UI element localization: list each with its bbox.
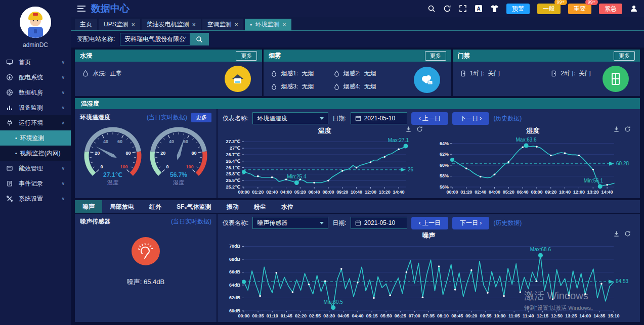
history-data-link[interactable]: (历史数据) — [493, 219, 522, 227]
refresh-icon[interactable] — [624, 126, 631, 132]
refresh-icon[interactable] — [624, 230, 631, 237]
tab-home[interactable]: 主页 — [75, 19, 97, 30]
gauge-more-button[interactable]: 更多 — [191, 113, 211, 122]
smoke-more-button[interactable]: 更多 — [425, 51, 446, 61]
close-icon[interactable]: × — [235, 21, 238, 28]
noise-sensor-card: 噪声传感器 (当日实时数据) 噪声: 65.4dB — [75, 214, 218, 322]
prev-day-button[interactable]: ‹ 上一日 — [411, 217, 448, 229]
sidebar-item-device-monitor[interactable]: 设备监测 ∨ — [0, 100, 71, 115]
refresh-icon[interactable] — [443, 5, 451, 13]
sensor-label: 1#门: — [470, 69, 485, 78]
temp-humidity-charts-area: 仪表名称: 环境温湿度 日期: 2021-05-10 ‹ 上一日 下一日 › (… — [218, 109, 640, 198]
download-icon[interactable] — [613, 230, 620, 237]
chevron-up-icon: ∧ — [61, 120, 65, 125]
download-icon[interactable] — [613, 126, 620, 132]
svg-text:07:35: 07:35 — [423, 313, 435, 318]
realtime-note: (当日实时数据) — [147, 113, 187, 122]
alarm-chip-warning[interactable]: 预警 — [506, 4, 530, 14]
tab-ups[interactable]: UPS监测× — [99, 19, 140, 30]
sidebar-item-energy[interactable]: 能效管理 ∨ — [0, 161, 71, 176]
svg-text:80: 80 — [126, 151, 131, 156]
tab-sf6-gas[interactable]: SF₆气体监测 — [169, 200, 219, 213]
station-input[interactable] — [120, 33, 190, 45]
svg-text:01:45: 01:45 — [281, 313, 292, 318]
tab-label: 主页 — [80, 20, 92, 29]
tab-dust[interactable]: 粉尘 — [246, 200, 274, 213]
tab-diesel[interactable]: 柴油发电机监测× — [142, 19, 201, 30]
close-icon[interactable]: × — [283, 21, 286, 28]
alarm-chip-important[interactable]: 重要99+ — [568, 4, 591, 14]
chevron-down-icon: ∨ — [61, 105, 65, 110]
next-day-button[interactable]: 下一日 › — [452, 112, 489, 125]
tab-hvac[interactable]: 空调监测× — [202, 19, 243, 30]
tab-environment[interactable]: ●环境监测× — [245, 19, 291, 30]
svg-text:68dB: 68dB — [229, 257, 241, 262]
refresh-icon[interactable] — [416, 126, 423, 132]
meter-select[interactable]: 噪声传感器 — [252, 217, 328, 229]
svg-text:100: 100 — [186, 164, 193, 169]
alarm-chip-urgent[interactable]: 紧急 — [599, 4, 622, 14]
sidebar-subitem-env-monitor[interactable]: • 环境监测 — [0, 130, 71, 146]
chart-tools — [613, 230, 631, 237]
smoke-sensor-item: 烟感2:无烟 — [333, 67, 396, 80]
date-picker[interactable]: 2021-05-10 — [351, 217, 407, 229]
tab-label: UPS监测 — [104, 20, 128, 29]
sidebar-menu: 首页 ∨ 配电系统 ∨ 数据机房 ∨ 设备监测 ∨ 运行环境 — [0, 55, 71, 206]
meter-select[interactable]: 环境温湿度 — [252, 112, 328, 124]
download-icon[interactable] — [405, 126, 412, 132]
chart-tools — [613, 126, 631, 132]
bullet-icon: • — [15, 151, 17, 156]
svg-text:14:00: 14:00 — [579, 313, 591, 318]
prev-day-button[interactable]: ‹ 上一日 — [411, 112, 448, 125]
access-door-icon — [603, 66, 629, 92]
chevron-down-icon: ∨ — [61, 60, 65, 65]
tab-label: 柴油发电机监测 — [147, 20, 189, 29]
font-size-icon[interactable]: A — [475, 5, 483, 13]
history-data-link[interactable]: (历史数据) — [493, 114, 522, 123]
svg-text:02:20: 02:20 — [295, 313, 307, 318]
close-icon[interactable]: × — [132, 21, 135, 28]
water-more-button[interactable]: 更多 — [236, 51, 257, 61]
fullscreen-icon[interactable] — [459, 5, 467, 13]
theme-icon[interactable] — [490, 5, 499, 13]
svg-text:100: 100 — [120, 164, 127, 169]
sidebar-subitem-label: 视频监控(内网) — [20, 149, 61, 158]
tab-partial-discharge[interactable]: 局部放电 — [102, 200, 142, 213]
search-icon[interactable] — [427, 5, 436, 13]
tab-infrared[interactable]: 红外 — [142, 200, 169, 213]
next-day-button[interactable]: 下一日 › — [452, 217, 489, 229]
svg-text:00:00: 00:00 — [238, 313, 249, 318]
chevron-down-icon: ∨ — [61, 181, 65, 186]
sidebar-item-power-system[interactable]: 配电系统 ∨ — [0, 70, 71, 85]
svg-text:A: A — [477, 6, 480, 12]
tab-noise[interactable]: 噪声 — [75, 200, 102, 213]
user-icon[interactable] — [630, 5, 638, 13]
menu-toggle-icon[interactable] — [77, 5, 86, 12]
noise-section: 噪声 局部放电 红外 SF₆气体监测 振动 粉尘 水位 噪声传感器 (当日实时数… — [75, 200, 640, 322]
sidebar-item-data-room[interactable]: 数据机房 ∨ — [0, 85, 71, 100]
avatar[interactable] — [20, 7, 51, 38]
chart-title: 湿度 — [429, 126, 637, 135]
svg-text:02:40: 02:40 — [266, 190, 278, 195]
noise-line-chart: 60dB62dB64dB66dB68dB70dB00:0000:3501:100… — [221, 238, 637, 321]
sidebar-item-events[interactable]: 事件记录 ∨ — [0, 176, 71, 191]
svg-text:66dB: 66dB — [229, 269, 241, 274]
sidebar-item-settings[interactable]: 系统设置 ∨ — [0, 191, 71, 206]
sidebar-item-environment[interactable]: 运行环境 ∧ — [0, 115, 71, 130]
sidebar-item-home[interactable]: 首页 ∨ — [0, 55, 71, 70]
tab-water-level[interactable]: 水位 — [274, 200, 301, 213]
svg-text:09:20: 09:20 — [465, 313, 477, 318]
svg-text:04:05: 04:05 — [337, 313, 349, 318]
door-more-button[interactable]: 更多 — [614, 51, 635, 61]
sidebar-subitem-video-monitor[interactable]: • 视频监控(内网) — [0, 146, 71, 161]
alarm-chip-general[interactable]: 一般99+ — [537, 4, 561, 14]
date-picker[interactable]: 2021-05-10 — [351, 112, 407, 124]
station-search-button[interactable] — [190, 33, 209, 45]
date-value: 2021-05-10 — [364, 115, 395, 122]
tab-vibration[interactable]: 振动 — [219, 200, 246, 213]
svg-text:0: 0 — [166, 164, 169, 169]
close-icon[interactable]: × — [192, 21, 196, 28]
noise-reading-label: 噪声: — [127, 278, 142, 286]
svg-text:Min:56.1: Min:56.1 — [583, 178, 603, 183]
svg-text:05:20: 05:20 — [502, 190, 514, 195]
